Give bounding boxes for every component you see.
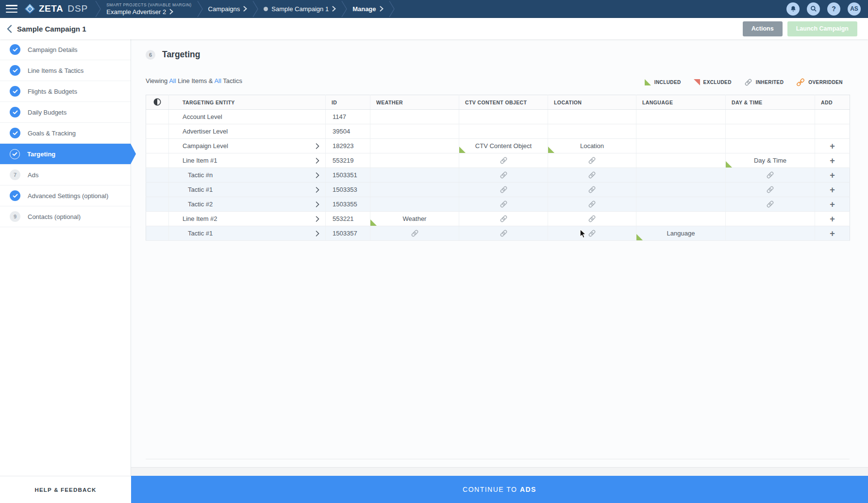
inherited-link-icon <box>411 229 419 237</box>
daytime-cell <box>726 124 815 139</box>
zeta-dsp-logo[interactable]: ZETA DSP <box>24 3 88 15</box>
viewing-all-line-items-link[interactable]: All <box>169 77 176 84</box>
daytime-cell <box>726 197 815 212</box>
avatar[interactable]: AS <box>848 2 861 16</box>
sidebar-item-label: Line Items & Tactics <box>28 67 83 74</box>
question-mark-icon: ? <box>832 5 836 13</box>
expand-chevron-right-icon[interactable] <box>316 143 319 149</box>
targeting-value-label: Language <box>667 230 695 237</box>
add-targeting-button[interactable]: + <box>830 215 835 223</box>
column-header-ctv-content-object: CTV CONTENT OBJECT <box>459 95 548 110</box>
table-row-tactic-1-1503353[interactable]: Tactic #11503353+ <box>146 183 850 197</box>
table-row-tactic-n-1503351[interactable]: Tactic #n1503351+ <box>146 168 850 183</box>
viewing-all-tactics-link[interactable]: All <box>214 77 221 84</box>
add-targeting-button[interactable]: + <box>830 142 835 151</box>
status-cell <box>146 183 169 197</box>
horizontal-scrollbar-track[interactable] <box>131 467 868 476</box>
entity-label: Campaign Level <box>183 142 228 150</box>
expand-chevron-right-icon[interactable] <box>316 230 319 236</box>
body-layout: Campaign DetailsLine Items & TacticsFlig… <box>0 39 868 476</box>
targeting-value-label: Day & Time <box>754 157 786 164</box>
add-targeting-button[interactable]: + <box>830 200 835 209</box>
expand-chevron-right-icon[interactable] <box>316 186 319 193</box>
expand-chevron-right-icon[interactable] <box>316 172 319 178</box>
help-feedback-button[interactable]: HELP & FEEDBACK <box>0 476 131 503</box>
inherited-link-icon <box>500 156 508 165</box>
search-button[interactable] <box>807 2 820 16</box>
included-triangle-icon <box>370 219 377 226</box>
breadcrumb-campaigns[interactable]: Campaigns <box>203 0 252 17</box>
breadcrumb-manage[interactable]: Manage <box>348 0 388 17</box>
expand-chevron-right-icon[interactable] <box>316 201 319 207</box>
sidebar-item-targeting[interactable]: Targeting <box>0 144 131 165</box>
viewing-filter-text: Viewing All Line Items & All Tactics <box>146 77 242 84</box>
table-row-account-level-1147[interactable]: Account Level1147 <box>146 110 850 124</box>
table-row-line-item-1-553219[interactable]: Line Item #1553219Day & Time+ <box>146 153 850 168</box>
add-targeting-button[interactable]: + <box>830 185 835 194</box>
sidebar-item-flights-budgets[interactable]: Flights & Budgets <box>0 81 131 102</box>
legend: INCLUDEDEXCLUDEDINHERITEDOVERRIDDEN <box>645 78 843 86</box>
page-header: Sample Campaign 1 Actions Launch Campaig… <box>0 18 868 39</box>
back-button[interactable] <box>7 25 12 33</box>
entity-cell: Account Level <box>169 110 326 124</box>
status-cell <box>146 226 169 241</box>
location-cell <box>548 197 636 212</box>
table-row-line-item-2-553221[interactable]: Line Item #2553221Weather+ <box>146 212 850 226</box>
daytime-cell <box>726 110 815 124</box>
ctv-cell: CTV Content Object <box>459 139 548 153</box>
status-cell <box>146 153 169 168</box>
entity-label: Tactic #1 <box>188 186 213 193</box>
contrast-toggle-icon[interactable] <box>146 95 169 110</box>
inherited-link-icon <box>500 200 508 208</box>
inherited-link-icon <box>500 215 508 223</box>
sidebar-item-contacts-optional[interactable]: 9Contacts (optional) <box>0 206 131 227</box>
sidebar-item-line-items-tactics[interactable]: Line Items & Tactics <box>0 60 131 81</box>
breadcrumb-sample-campaign-1[interactable]: Sample Campaign 1 <box>259 0 341 17</box>
check-circle-icon <box>10 149 20 159</box>
sidebar-item-goals-tracking[interactable]: Goals & Tracking <box>0 123 131 144</box>
table-bottom-divider <box>146 459 850 459</box>
launch-campaign-button[interactable]: Launch Campaign <box>787 21 857 36</box>
add-targeting-button[interactable]: + <box>830 156 835 165</box>
help-button[interactable]: ? <box>827 2 840 16</box>
app-root: ZETA DSP SMART PROJECTS (VARIABLE MARGIN… <box>0 0 868 503</box>
continue-prefix: CONTINUE TO <box>463 486 520 493</box>
add-cell: + <box>815 168 850 183</box>
expand-chevron-right-icon[interactable] <box>316 157 319 164</box>
sidebar-item-daily-budgets[interactable]: Daily Budgets <box>0 102 131 123</box>
included-triangle-icon <box>548 147 554 153</box>
table-row-advertiser-level-39504[interactable]: Advertiser Level39504 <box>146 124 850 139</box>
targeting-value-label: Weather <box>403 215 427 222</box>
legend-item-overridden: OVERRIDDEN <box>796 78 843 86</box>
entity-label: Line Item #2 <box>183 215 217 222</box>
entity-cell: Tactic #1 <box>169 183 326 197</box>
sidebar-item-advanced-settings-optional[interactable]: Advanced Settings (optional) <box>0 185 131 206</box>
column-header-language: LANGUAGE <box>636 95 726 110</box>
add-targeting-button[interactable]: + <box>830 229 835 238</box>
continue-strong: ADS <box>520 486 536 493</box>
table-row-tactic-1-1503357[interactable]: Tactic #11503357Language+ <box>146 226 850 241</box>
breadcrumb: SMART PROJECTS (VARIABLE MARGIN)Example … <box>95 0 395 17</box>
viewing-suffix: Tactics <box>221 77 242 84</box>
add-cell: + <box>815 183 850 197</box>
included-triangle-icon <box>645 79 651 85</box>
notifications-button[interactable] <box>786 2 800 16</box>
sidebar-item-label: Campaign Details <box>28 46 78 53</box>
sidebar-item-ads[interactable]: 7Ads <box>0 165 131 185</box>
expand-chevron-right-icon[interactable] <box>316 216 319 222</box>
inherited-link-icon <box>500 229 508 237</box>
table-row-tactic-2-1503355[interactable]: Tactic #21503355+ <box>146 197 850 212</box>
hamburger-menu-button[interactable] <box>6 5 17 13</box>
continue-to-ads-button[interactable]: CONTINUE TO ADS <box>131 476 868 503</box>
table-row-campaign-level-182923[interactable]: Campaign Level182923CTV Content ObjectLo… <box>146 139 850 153</box>
legend-item-included: INCLUDED <box>645 78 681 86</box>
actions-button[interactable]: Actions <box>743 21 783 36</box>
sidebar-item-campaign-details[interactable]: Campaign Details <box>0 39 131 60</box>
language-cell <box>636 110 726 124</box>
add-targeting-button[interactable]: + <box>830 171 835 180</box>
breadcrumb-example-advertiser-2[interactable]: SMART PROJECTS (VARIABLE MARGIN)Example … <box>101 0 196 17</box>
broken-link-icon <box>796 78 805 86</box>
step-number-badge: 6 <box>146 50 155 60</box>
entity-cell: Advertiser Level <box>169 124 326 139</box>
legend-label: OVERRIDDEN <box>808 80 843 85</box>
